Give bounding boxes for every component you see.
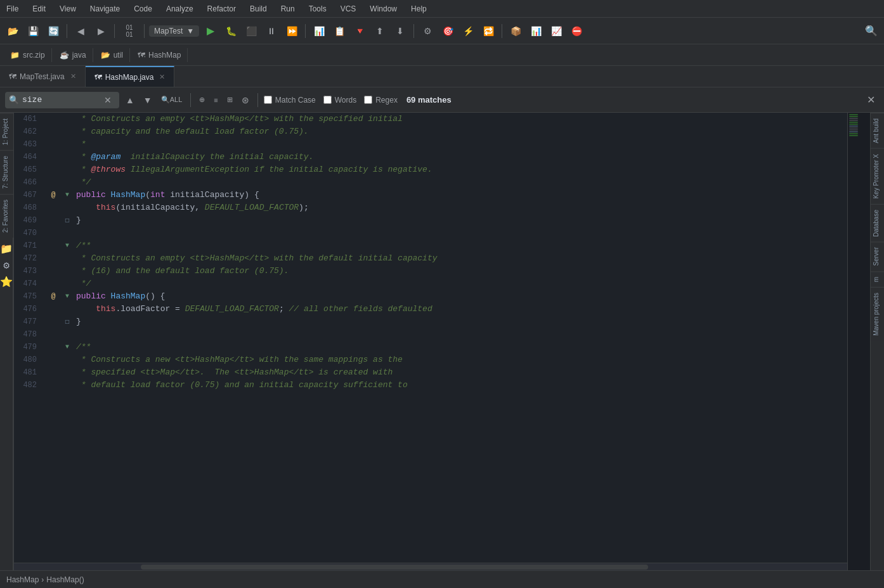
table-row: 466 */ [14, 176, 847, 189]
far-right-label-key[interactable]: Key Promoter X [871, 148, 884, 204]
star-sidebar-icon[interactable]: ⭐ [0, 276, 13, 288]
words-checkbox[interactable] [323, 96, 332, 104]
pause-button[interactable]: ⏸ [263, 22, 280, 40]
editor-tabs-bar: 🗺 MapTest.java ✕ 🗺 HashMap.java ✕ [0, 66, 884, 87]
power-button[interactable]: ⛔ [568, 22, 585, 40]
maptest-tab-close[interactable]: ✕ [70, 72, 76, 80]
clear-search-button[interactable]: ✕ [101, 94, 114, 106]
save-button[interactable]: 💾 [24, 22, 42, 40]
scrollbar-thumb[interactable] [141, 565, 648, 570]
table-row: 470 [14, 227, 847, 240]
breadcrumb-hashmap[interactable]: HashMap [6, 575, 39, 584]
mini-line [849, 122, 858, 123]
file-tab-util[interactable]: 📂 util [94, 48, 130, 62]
settings-button[interactable]: ⚙ [419, 22, 436, 40]
down-btn[interactable]: ⬇ [391, 22, 409, 40]
words-option[interactable]: Words [323, 96, 356, 105]
close-search-button[interactable]: ✕ [863, 93, 879, 107]
table-row: 469 ◻ } [14, 214, 847, 227]
open-button[interactable]: 📂 [4, 22, 22, 40]
run-button[interactable]: ▶ [202, 22, 219, 40]
horizontal-scrollbar[interactable] [14, 563, 847, 570]
menu-vcs[interactable]: VCS [338, 3, 359, 15]
menu-build[interactable]: Build [247, 3, 270, 15]
code-editor: 461 * Constructs an empty <tt>HashMap</t… [14, 113, 847, 570]
search-option-btn1[interactable]: ⊕ [197, 94, 207, 105]
mini-line [849, 120, 858, 121]
profile-button[interactable]: 📊 [310, 22, 328, 40]
editor-tab-maptest[interactable]: 🗺 MapTest.java ✕ [0, 66, 86, 87]
menu-analyze[interactable]: Analyze [164, 3, 196, 15]
far-right-label-m[interactable]: m [871, 271, 884, 287]
match-case-option[interactable]: Match Case [264, 96, 316, 105]
left-label-structure[interactable]: 7: Structure [0, 150, 13, 194]
menu-refactor[interactable]: Refactor [205, 3, 238, 15]
menu-run[interactable]: Run [278, 3, 297, 15]
binary-button[interactable]: 0101 [119, 22, 140, 40]
menu-window[interactable]: Window [367, 3, 400, 15]
stop-button[interactable]: ⬛ [242, 22, 260, 40]
file-tab-hashmap[interactable]: 🗺 HashMap [131, 48, 188, 62]
left-label-project[interactable]: 1: Project [0, 113, 13, 150]
search-input[interactable] [22, 95, 98, 105]
separator-5 [413, 24, 414, 38]
run-config-button[interactable]: MapTest ▼ [149, 25, 199, 37]
file-tabs-bar: 📁 src.zip ☕ java 📂 util 🗺 HashMap [0, 44, 884, 66]
menu-navigate[interactable]: Navigate [88, 3, 122, 15]
search-option-btn3[interactable]: ⊞ [224, 94, 235, 105]
far-right-label-maven[interactable]: Maven projects [871, 287, 884, 341]
table-row: 482 * default load factor (0.75) and an … [14, 379, 847, 392]
editor-tab-hashmap[interactable]: 🗺 HashMap.java ✕ [86, 66, 175, 87]
folder-sidebar-icon[interactable]: 📁 [0, 243, 13, 255]
menu-help[interactable]: Help [408, 3, 429, 15]
search-option-btn2[interactable]: ≡ [211, 95, 220, 105]
mini-line [849, 125, 858, 127]
mini-line [849, 135, 858, 136]
prev-match-button[interactable]: ▲ [123, 94, 137, 106]
reload-button[interactable]: 🔁 [479, 22, 497, 40]
far-right-label-database[interactable]: Database [871, 204, 884, 242]
down-button[interactable]: 🔻 [351, 22, 368, 40]
back-button[interactable]: ◀ [72, 22, 89, 40]
filter-button[interactable]: ⊛ [239, 94, 252, 106]
far-right-label-server[interactable]: Server [871, 241, 884, 271]
coverage-button[interactable]: ⏩ [283, 22, 301, 40]
regex-option[interactable]: Regex [364, 96, 398, 105]
separator-6 [502, 24, 502, 38]
file-tab-java[interactable]: ☕ java [53, 48, 93, 62]
graph-button[interactable]: 📈 [547, 22, 565, 40]
up-btn[interactable]: ⬆ [371, 22, 389, 40]
file-tab-srczip[interactable]: 📁 src.zip [4, 48, 52, 62]
editor-area: 1: Project 7: Structure 2: Favorites 📁 ⚙… [0, 113, 884, 570]
menu-code[interactable]: Code [131, 3, 155, 15]
target-button[interactable]: 🎯 [439, 22, 457, 40]
hashmap-icon: 🗺 [138, 51, 145, 60]
match-case-checkbox[interactable] [264, 96, 272, 104]
find-usages-button[interactable]: 🔍ALL [159, 94, 185, 105]
left-label-favorites[interactable]: 2: Favorites [0, 194, 13, 238]
menu-edit[interactable]: Edit [30, 3, 48, 15]
structure-sidebar-icon[interactable]: ⚙ [3, 259, 10, 272]
tasks-button[interactable]: 📋 [330, 22, 348, 40]
regex-checkbox[interactable] [364, 96, 372, 104]
table-row: 472 * Constructs an empty <tt>HashMap</t… [14, 252, 847, 265]
code-lines[interactable]: 461 * Constructs an empty <tt>HashMap</t… [14, 113, 847, 563]
breadcrumb-method[interactable]: HashMap() [46, 575, 84, 584]
sync-button[interactable]: 🔄 [44, 22, 62, 40]
chart-button[interactable]: 📊 [527, 22, 545, 40]
search-everywhere-button[interactable]: 🔍 [862, 22, 880, 40]
hashmap-tab-close[interactable]: ✕ [159, 73, 165, 81]
far-right-label-ant[interactable]: Ant build [871, 113, 884, 148]
separator-2 [114, 24, 115, 38]
table-row: 468 this(initialCapacity, DEFAULT_LOAD_F… [14, 201, 847, 214]
mini-line [849, 131, 858, 132]
sdk-button[interactable]: 📦 [507, 22, 524, 40]
table-row: 481 * specified <tt>Map</tt>. The <tt>Ha… [14, 366, 847, 379]
lightning-button[interactable]: ⚡ [459, 22, 477, 40]
next-match-button[interactable]: ▼ [141, 94, 155, 106]
menu-tools[interactable]: Tools [306, 3, 329, 15]
menu-view[interactable]: View [57, 3, 79, 15]
debug-button[interactable]: 🐛 [222, 22, 240, 40]
menu-file[interactable]: File [4, 3, 21, 15]
forward-button[interactable]: ▶ [92, 22, 110, 40]
